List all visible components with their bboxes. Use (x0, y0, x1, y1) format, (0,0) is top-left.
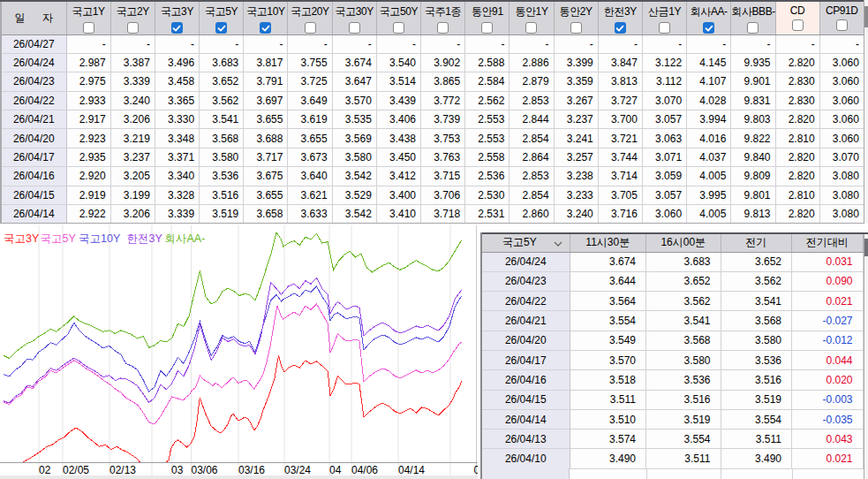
svg-text:03/06: 03/06 (192, 464, 218, 476)
svg-text:03: 03 (171, 464, 184, 476)
svg-text:04/14: 04/14 (398, 464, 425, 476)
svg-text:03/24: 03/24 (284, 464, 311, 476)
svg-text:02/05: 02/05 (63, 464, 89, 476)
svg-text:국고3Y: 국고3Y (4, 232, 40, 245)
svg-text:국고10Y: 국고10Y (79, 232, 121, 245)
svg-text:회사AA-: 회사AA- (165, 232, 206, 245)
svg-text:한전3Y: 한전3Y (127, 232, 163, 245)
svg-text:04/06: 04/06 (351, 464, 378, 476)
svg-text:02: 02 (39, 464, 51, 476)
svg-text:0: 0 (474, 464, 479, 476)
svg-text:02/13: 02/13 (109, 464, 136, 476)
svg-text:04: 04 (329, 464, 342, 476)
svg-text:03/16: 03/16 (238, 464, 265, 476)
svg-text:국고5Y: 국고5Y (41, 232, 77, 245)
